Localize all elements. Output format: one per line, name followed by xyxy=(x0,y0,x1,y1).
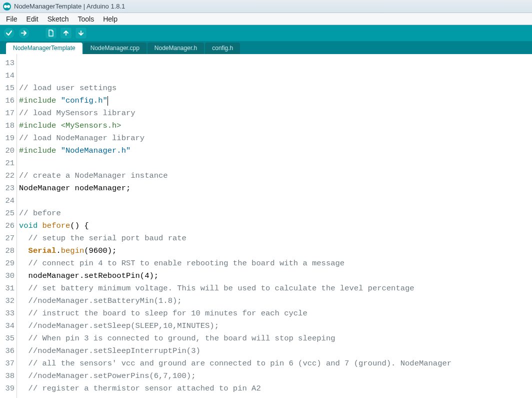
menu-tools[interactable]: Tools xyxy=(74,14,98,24)
arrow-down-icon xyxy=(78,30,84,37)
upload-button[interactable] xyxy=(18,27,30,39)
tab-nodemanager-cpp[interactable]: NodeManager.cpp xyxy=(84,43,146,54)
arrow-up-icon xyxy=(62,30,70,37)
line-number: 34 xyxy=(0,320,14,332)
code-line[interactable]: // load MySensors library xyxy=(19,107,532,120)
code-line[interactable]: // register a thermistor sensor attached… xyxy=(19,382,532,395)
window-title: NodeManagerTemplate | Arduino 1.8.1 xyxy=(14,3,125,10)
line-number: 26 xyxy=(0,220,14,232)
line-number: 38 xyxy=(0,370,14,382)
code-line[interactable]: #include <MySensors.h> xyxy=(19,120,532,132)
line-number: 14 xyxy=(0,70,14,82)
save-button[interactable] xyxy=(75,27,87,39)
tab-nodemanagertemplate[interactable]: NodeManagerTemplate xyxy=(6,43,82,54)
tab-config-h[interactable]: config.h xyxy=(205,43,240,54)
code-line[interactable]: //nodeManager.setBatteryMin(1.8); xyxy=(19,295,532,307)
menu-edit[interactable]: Edit xyxy=(22,14,42,24)
code-line[interactable]: void before() { xyxy=(19,220,532,232)
code-line[interactable]: // all the sensors' vcc and ground are c… xyxy=(19,357,532,370)
titlebar: NodeManagerTemplate | Arduino 1.8.1 xyxy=(0,0,532,13)
line-number: 30 xyxy=(0,270,14,282)
line-number: 36 xyxy=(0,345,14,357)
code-line[interactable]: // before xyxy=(19,207,532,220)
line-number: 22 xyxy=(0,170,14,182)
code-line[interactable] xyxy=(19,195,532,207)
line-number: 16 xyxy=(0,95,14,107)
menu-sketch[interactable]: Sketch xyxy=(44,14,73,24)
document-icon xyxy=(48,30,54,37)
line-number: 18 xyxy=(0,120,14,132)
menu-file[interactable]: File xyxy=(2,14,22,24)
arduino-logo-icon xyxy=(3,3,11,11)
code-line[interactable] xyxy=(19,57,532,70)
code-line[interactable]: // instruct the board to sleep for 10 mi… xyxy=(19,307,532,320)
line-number: 17 xyxy=(0,107,14,120)
new-button[interactable] xyxy=(45,27,57,39)
line-number: 13 xyxy=(0,57,14,70)
check-icon xyxy=(6,30,12,37)
code-line[interactable]: //nodeManager.setSleepInterruptPin(3) xyxy=(19,345,532,357)
code-line[interactable]: nodeManager.setRebootPin(4); xyxy=(19,270,532,282)
line-number: 37 xyxy=(0,357,14,370)
verify-button[interactable] xyxy=(3,27,15,39)
line-number: 27 xyxy=(0,232,14,245)
tab-nodemanager-h[interactable]: NodeManager.h xyxy=(148,43,204,54)
line-number: 19 xyxy=(0,132,14,145)
code-line[interactable]: //nodeManager.setSleep(SLEEP,10,MINUTES)… xyxy=(19,320,532,332)
line-number: 29 xyxy=(0,257,14,270)
code-line[interactable]: #include "config.h" xyxy=(19,95,532,107)
line-number: 28 xyxy=(0,245,14,257)
tabs-bar: NodeManagerTemplate NodeManager.cpp Node… xyxy=(0,41,532,54)
code-line[interactable] xyxy=(19,157,532,170)
code-line[interactable]: NodeManager nodeManager; xyxy=(19,182,532,195)
menubar: File Edit Sketch Tools Help xyxy=(0,13,532,25)
line-number: 31 xyxy=(0,282,14,295)
line-number: 20 xyxy=(0,145,14,157)
code-line[interactable]: // connect pin 4 to RST to enable reboot… xyxy=(19,257,532,270)
toolbar xyxy=(0,25,532,41)
code-line[interactable]: // load user settings xyxy=(19,82,532,95)
line-number: 33 xyxy=(0,307,14,320)
arrow-right-icon xyxy=(20,30,28,37)
line-number-gutter: 1314151617181920212223242526272829303132… xyxy=(0,54,17,398)
code-line[interactable]: // load NodeManager library xyxy=(19,132,532,145)
line-number: 21 xyxy=(0,157,14,170)
line-number: 39 xyxy=(0,382,14,395)
open-button[interactable] xyxy=(60,27,72,39)
line-number: 35 xyxy=(0,332,14,345)
line-number: 32 xyxy=(0,295,14,307)
code-line[interactable]: // When pin 3 is connected to ground, th… xyxy=(19,332,532,345)
code-line[interactable]: #include "NodeManager.h" xyxy=(19,145,532,157)
code-line[interactable]: Serial.begin(9600); xyxy=(19,245,532,257)
code-line[interactable] xyxy=(19,70,532,82)
line-number: 15 xyxy=(0,82,14,95)
menu-help[interactable]: Help xyxy=(99,14,122,24)
code-line[interactable]: // setup the serial port baud rate xyxy=(19,232,532,245)
line-number: 23 xyxy=(0,182,14,195)
code-editor[interactable]: 1314151617181920212223242526272829303132… xyxy=(0,54,532,398)
code-area[interactable]: // load user settings#include "config.h"… xyxy=(17,54,532,398)
line-number: 24 xyxy=(0,195,14,207)
code-line[interactable]: // create a NodeManager instance xyxy=(19,170,532,182)
code-line[interactable]: // set battery minimum voltage. This wil… xyxy=(19,282,532,295)
code-line[interactable]: //nodeManager.setPowerPins(6,7,100); xyxy=(19,370,532,382)
line-number: 25 xyxy=(0,207,14,220)
